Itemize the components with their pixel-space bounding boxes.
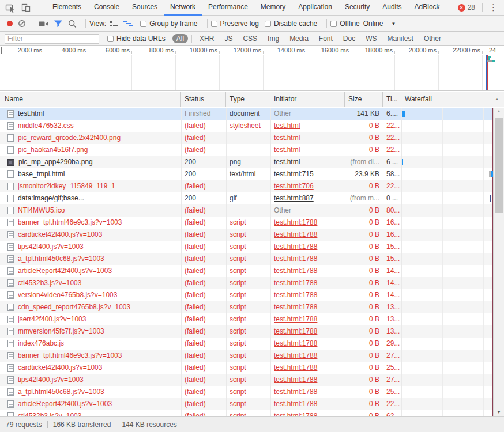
column-header-time[interactable]: Ti... [383, 92, 401, 107]
table-row[interactable]: jsmonitor?idkey=115849_119_1(failed)test… [0, 180, 494, 192]
filter-type-doc[interactable]: Doc [339, 34, 359, 43]
request-initiator-link[interactable]: test.html:715 [274, 170, 314, 178]
table-row[interactable]: banner_tpl.html46e9c3.js?v=1003(failed)s… [0, 350, 494, 362]
tab-performance[interactable]: Performance [202, 0, 254, 16]
request-initiator-link[interactable]: test.html:1788 [274, 363, 317, 372]
tab-security[interactable]: Security [338, 0, 376, 16]
table-row[interactable]: mmversion45fc7f.js?v=1003(failed)scriptt… [0, 325, 494, 338]
filter-type-img[interactable]: Img [264, 34, 283, 43]
clear-button[interactable] [18, 20, 26, 28]
tab-application[interactable]: Application [292, 0, 338, 16]
filter-type-other[interactable]: Other [420, 34, 445, 43]
search-icon[interactable] [68, 20, 77, 28]
show-overview-toggle-icon[interactable] [123, 20, 133, 27]
table-row[interactable]: NTI4MWU5.ico(failed)Other0 B80... [0, 204, 494, 217]
request-initiator-link[interactable]: test.html:1788 [274, 279, 317, 287]
table-row[interactable]: pic_haokan4516f7.png(failed)test.html0 B… [0, 144, 494, 156]
table-row[interactable]: test.htmlFinisheddocumentOther141 KB6...… [0, 108, 494, 120]
tab-adblock[interactable]: AdBlock [408, 0, 446, 16]
table-row[interactable]: middle476532.css(failed)stylesheettest.h… [0, 120, 494, 132]
kebab-menu-icon[interactable]: ⋮ [486, 2, 501, 13]
table-row[interactable]: tips42f400.js?v=1003(failed)scripttest.h… [0, 241, 494, 253]
group-by-frame-checkbox[interactable]: Group by frame [140, 20, 197, 28]
table-row[interactable]: banner_tpl.html46e9c3.js?v=1003(failed)s… [0, 217, 494, 229]
filter-type-font[interactable]: Font [315, 34, 337, 43]
column-header-status[interactable]: Status [181, 92, 226, 107]
request-initiator-link[interactable]: test.html:1788 [274, 303, 317, 311]
inspect-element-icon[interactable] [5, 3, 16, 13]
request-initiator-link[interactable]: test.html:1788 [274, 327, 317, 335]
request-initiator-link[interactable]: test.html:1788 [274, 388, 317, 396]
column-header-initiator[interactable]: Initiator [270, 92, 345, 107]
request-initiator-link[interactable]: test.html [274, 122, 300, 130]
scroll-up-arrow[interactable]: ▲ [494, 109, 504, 113]
tab-memory[interactable]: Memory [254, 0, 292, 16]
disable-cache-checkbox[interactable]: Disable cache [265, 20, 317, 28]
request-initiator-link[interactable]: test.html:1788 [274, 218, 317, 226]
tab-sources[interactable]: Sources [126, 0, 164, 16]
table-row[interactable]: ctl4532b3.js?v=1003(failed)scripttest.ht… [0, 277, 494, 289]
tab-console[interactable]: Console [88, 0, 126, 16]
request-initiator-link[interactable]: test.html [274, 158, 300, 166]
filter-type-all[interactable]: All [172, 34, 188, 43]
filter-type-js[interactable]: JS [220, 34, 236, 43]
record-button[interactable] [7, 21, 13, 26]
error-badge-icon[interactable]: ✕ [458, 4, 465, 12]
request-initiator-link[interactable]: test.html:1788 [274, 351, 317, 359]
table-row[interactable]: jserr42f400.js?v=1003(failed)scripttest.… [0, 313, 494, 325]
network-overview[interactable] [0, 55, 504, 91]
filter-type-xhr[interactable]: XHR [195, 34, 218, 43]
request-initiator-link[interactable]: test.html:1788 [274, 255, 317, 263]
table-row[interactable]: articleReport42f400.js?v=1003(failed)scr… [0, 398, 494, 410]
filter-type-manifest[interactable]: Manifest [383, 34, 418, 43]
scroll-down-arrow[interactable]: ▼ [494, 410, 504, 414]
request-initiator-link[interactable]: test.html:1788 [274, 412, 317, 416]
screenshot-capture-icon[interactable] [39, 20, 48, 28]
table-row[interactable]: data:image/gif;base...200giftest.html:88… [0, 192, 494, 204]
table-row[interactable]: tips42f400.js?v=1003(failed)scripttest.h… [0, 374, 494, 386]
table-row[interactable]: base_tmpl.html200text/htmltest.html:7152… [0, 168, 494, 180]
table-row[interactable]: cardticket42f400.js?v=1003(failed)script… [0, 362, 494, 374]
request-initiator-link[interactable]: test.html:1788 [274, 242, 317, 251]
tab-elements[interactable]: Elements [46, 0, 88, 16]
offline-checkbox[interactable]: Offline [330, 20, 359, 28]
table-row[interactable]: pic_reward_qrcode.2x42f400.png(failed)te… [0, 132, 494, 144]
request-initiator-link[interactable]: test.html:887 [274, 194, 314, 202]
filter-type-css[interactable]: CSS [239, 34, 261, 43]
table-row[interactable]: articleReport42f400.js?v=1003(failed)scr… [0, 265, 494, 277]
request-initiator-link[interactable]: test.html:1788 [274, 400, 317, 408]
filter-input[interactable] [5, 34, 99, 44]
request-initiator-link[interactable]: test.html [274, 134, 300, 142]
table-row[interactable]: cdn_speed_report4765b8.js?v=1003(failed)… [0, 301, 494, 313]
filter-funnel-icon[interactable] [54, 20, 63, 28]
table-row[interactable]: pic_mp_app4290ba.png200pngtest.html(from… [0, 156, 494, 168]
table-row[interactable]: a_tpl.html450c68.js?v=1003(failed)script… [0, 386, 494, 398]
tab-audits[interactable]: Audits [376, 0, 408, 16]
table-row[interactable]: version4video4765b8.js?v=1003(failed)scr… [0, 289, 494, 301]
large-rows-toggle-icon[interactable] [110, 21, 118, 27]
table-row[interactable]: a_tpl.html450c68.js?v=1003(failed)script… [0, 253, 494, 265]
request-initiator-link[interactable]: test.html:1788 [274, 291, 317, 299]
vertical-scrollbar[interactable]: ▲ ▼ [494, 108, 504, 416]
scrollbar-thumb[interactable] [495, 118, 503, 213]
filter-type-ws[interactable]: WS [362, 34, 381, 43]
filter-type-media[interactable]: Media [285, 34, 313, 43]
column-header-size[interactable]: Size [345, 92, 383, 107]
request-initiator-link[interactable]: test.html:1788 [274, 339, 317, 347]
column-header-type[interactable]: Type [226, 92, 270, 107]
column-header-waterfall[interactable]: Waterfall [401, 92, 504, 107]
request-initiator-link[interactable]: test.html:1788 [274, 230, 317, 238]
column-header-name[interactable]: Name [0, 92, 181, 107]
request-initiator-link[interactable]: test.html:706 [274, 182, 314, 190]
table-row[interactable]: ctl4532b3.js?v=1003(failed)scripttest.ht… [0, 410, 494, 416]
hide-data-urls-checkbox[interactable]: Hide data URLs [107, 35, 166, 43]
preserve-log-checkbox[interactable]: Preserve log [211, 20, 259, 28]
device-toolbar-icon[interactable] [21, 3, 31, 13]
throttling-dropdown[interactable]: Online ▼ [363, 20, 396, 28]
request-initiator-link[interactable]: test.html:1788 [274, 267, 317, 275]
table-row[interactable]: cardticket42f400.js?v=1003(failed)script… [0, 229, 494, 241]
request-initiator-link[interactable]: test.html:1788 [274, 315, 317, 323]
request-initiator-link[interactable]: test.html [274, 146, 300, 154]
request-initiator-link[interactable]: test.html:1788 [274, 376, 317, 384]
table-row[interactable]: index476abc.js(failed)scripttest.html:17… [0, 338, 494, 350]
